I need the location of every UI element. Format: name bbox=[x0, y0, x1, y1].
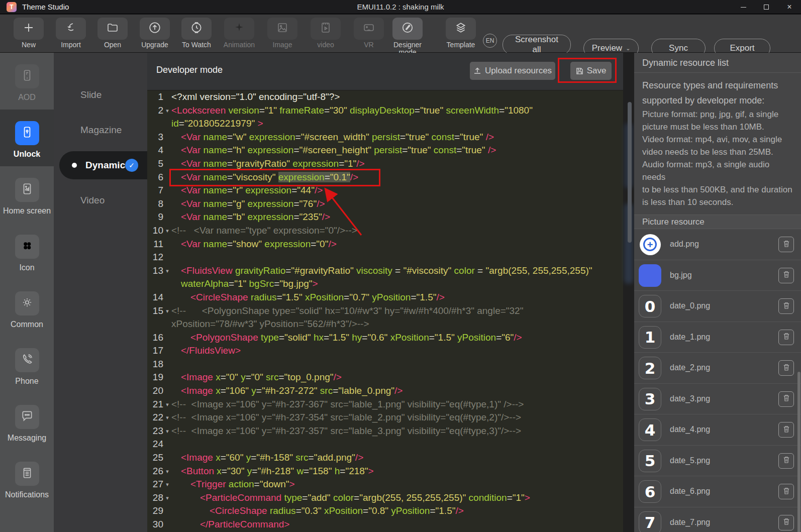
code-line-6[interactable]: 6 <Var name="viscosity" expression="0.1"… bbox=[147, 171, 623, 184]
editor-scrollbar[interactable] bbox=[628, 102, 632, 243]
code-line-text: <Image x="0" y="0" src="top_0.png"/> bbox=[171, 371, 623, 384]
code-line-text: <Button x="30" y="#h-218" w="158" h="218… bbox=[171, 465, 623, 478]
delete-resource-button[interactable] bbox=[778, 268, 794, 283]
toolbar-item-new[interactable]: New bbox=[8, 18, 50, 49]
sidebar-item-phone[interactable]: Phone bbox=[0, 337, 54, 393]
trash-icon bbox=[782, 363, 791, 374]
code-line-23[interactable]: 23 ▾<!-- <Image x="106" y="#h-237-357" s… bbox=[147, 424, 623, 438]
fold-arrow-icon[interactable]: ▾ bbox=[163, 304, 171, 318]
minimize-button[interactable] bbox=[732, 0, 755, 14]
maximize-button[interactable] bbox=[755, 0, 778, 14]
code-line-8[interactable]: 8 <Var name="g" expression="76"/> bbox=[147, 197, 623, 211]
sidebar-item-messaging[interactable]: Messaging bbox=[0, 393, 54, 450]
requirements-text-line: Picture format: png, jpg, gif, a single bbox=[642, 108, 794, 121]
code-line-4[interactable]: 4 <Var name="h" expression="#screen_heig… bbox=[147, 144, 623, 157]
fold-arrow-icon[interactable]: ▾ bbox=[163, 424, 171, 438]
sidebar-item-unlock[interactable]: Unlock bbox=[0, 110, 54, 166]
code-line-27[interactable]: 27 ▾<Trigger action="down"> bbox=[147, 478, 623, 491]
toolbar-item-video: video bbox=[305, 18, 347, 49]
resource-requirements-text: Resource types and requirements supporte… bbox=[634, 73, 801, 215]
line-gutter: 9 bbox=[147, 210, 171, 224]
line-number: 11 bbox=[147, 238, 163, 251]
code-line-20[interactable]: 20 <Image x="106" y="#h-237-272" src="la… bbox=[147, 384, 623, 398]
delete-resource-button[interactable] bbox=[778, 515, 794, 530]
upload-icon bbox=[473, 67, 481, 75]
fold-arrow-icon[interactable]: ▾ bbox=[163, 398, 171, 411]
toolbar-item-upgrade[interactable]: Upgrade bbox=[134, 18, 176, 49]
code-line-15[interactable]: 15 ▾<!-- <PolygonShape type="solid" hx="… bbox=[147, 304, 623, 331]
toolbar-item-open[interactable]: Open bbox=[91, 18, 134, 49]
code-line-text: <Var name="b" expression="235"/> bbox=[171, 210, 623, 224]
toolbar-item-import[interactable]: Import bbox=[50, 18, 92, 49]
sidebar-item-aod[interactable]: AOD bbox=[0, 53, 54, 110]
code-line-13[interactable]: 13 ▾<FluidsView gravityRatio="#gravityRa… bbox=[147, 264, 623, 291]
code-line-19[interactable]: 19 <Image x="0" y="0" src="top_0.png"/> bbox=[147, 371, 623, 384]
delete-resource-button[interactable] bbox=[778, 484, 794, 499]
code-line-25[interactable]: 25 <Image x="60" y="#h-158" src="add.png… bbox=[147, 451, 623, 465]
upload-resources-button[interactable]: Upload resources bbox=[470, 62, 555, 80]
line-gutter: 28 ▾ bbox=[147, 491, 171, 505]
code-line-11[interactable]: 11 <Var name="show" expression="0"/> bbox=[147, 238, 623, 251]
code-line-18[interactable]: 18 bbox=[147, 358, 623, 371]
delete-resource-button[interactable] bbox=[778, 330, 794, 345]
toolbar-item-designer-mode[interactable]: Designer mode bbox=[386, 18, 429, 56]
language-badge[interactable]: EN bbox=[483, 34, 497, 48]
delete-resource-button[interactable] bbox=[778, 237, 794, 252]
code-line-10[interactable]: 10 ▾<!-- <Var name="type" expression="0"… bbox=[147, 224, 623, 238]
code-line-text: <Image x="60" y="#h-158" src="add.png"/> bbox=[171, 451, 623, 465]
fold-spacer bbox=[163, 184, 171, 197]
fold-arrow-icon[interactable]: ▾ bbox=[163, 478, 171, 491]
delete-resource-button[interactable] bbox=[778, 422, 794, 438]
delete-resource-button[interactable] bbox=[778, 453, 794, 469]
fold-arrow-icon[interactable]: ▾ bbox=[163, 104, 171, 118]
sidebar-item-home-screen[interactable]: Home screen bbox=[0, 166, 54, 223]
subnav-item-video[interactable]: Video bbox=[54, 186, 147, 215]
line-gutter: 23 ▾ bbox=[147, 424, 171, 438]
code-line-2[interactable]: 2 ▾<Lockscreen version="1" frameRate="30… bbox=[147, 104, 623, 131]
code-line-30[interactable]: 30 </ParticleCommand> bbox=[147, 518, 623, 531]
resource-list-scrollbar[interactable] bbox=[797, 372, 800, 532]
fold-arrow-icon[interactable]: ▾ bbox=[163, 224, 171, 238]
code-line-3[interactable]: 3 <Var name="w" expression="#screen_widt… bbox=[147, 131, 623, 144]
code-line-24[interactable]: 24 bbox=[147, 438, 623, 451]
code-line-17[interactable]: 17 </FluidsView> bbox=[147, 344, 623, 358]
delete-resource-button[interactable] bbox=[778, 298, 794, 314]
code-line-7[interactable]: 7 <Var name="r" expression="44"/> bbox=[147, 184, 623, 197]
fold-arrow-icon[interactable]: ▾ bbox=[163, 491, 171, 505]
code-line-1[interactable]: 1 <?xml version="1.0" encoding="utf-8"?> bbox=[147, 90, 623, 104]
subnav-item-magazine[interactable]: Magazine bbox=[54, 116, 147, 144]
check-circle-icon: ✓ bbox=[125, 159, 138, 172]
requirements-text-line: Audio format: mp3, a single audio needs bbox=[642, 158, 794, 183]
subnav-item-slide[interactable]: Slide bbox=[54, 81, 147, 109]
code-line-21[interactable]: 21 ▾<!-- <Image x="106" y="#h-237-367" s… bbox=[147, 398, 623, 411]
code-line-26[interactable]: 26 ▾<Button x="30" y="#h-218" w="158" h=… bbox=[147, 465, 623, 478]
fold-arrow-icon[interactable]: ▾ bbox=[163, 264, 171, 278]
code-line-14[interactable]: 14 <CircleShape radius="1.5" xPosition="… bbox=[147, 291, 623, 304]
toolbar-item-template[interactable]: Template bbox=[440, 18, 482, 49]
save-button[interactable]: Save bbox=[570, 62, 612, 80]
title-bar: T Theme Studio EMUI11.0.2 : shaking milk… bbox=[0, 0, 801, 14]
line-number: 29 bbox=[147, 504, 163, 518]
message-bubble-icon bbox=[21, 409, 34, 424]
code-line-5[interactable]: 5 <Var name="gravityRatio" expression="1… bbox=[147, 157, 623, 171]
xml-code-editor[interactable]: 1 <?xml version="1.0" encoding="utf-8"?>… bbox=[147, 90, 623, 532]
delete-resource-button[interactable] bbox=[778, 391, 794, 407]
code-line-12[interactable]: 12 bbox=[147, 251, 623, 264]
code-line-16[interactable]: 16 <PolygonShape type="solid" hx="1.5" h… bbox=[147, 331, 623, 345]
fold-spacer bbox=[163, 251, 171, 264]
delete-resource-button[interactable] bbox=[778, 360, 794, 376]
sidebar-item-notifications[interactable]: Notifications bbox=[0, 450, 54, 507]
code-line-22[interactable]: 22 ▾<!-- <Image x="106" y="#h-237-354" s… bbox=[147, 411, 623, 424]
code-line-29[interactable]: 29 <CircleShape radius="0.3" xPosition="… bbox=[147, 504, 623, 518]
close-button[interactable]: × bbox=[778, 0, 801, 14]
code-line-9[interactable]: 9 <Var name="b" expression="235"/> bbox=[147, 210, 623, 224]
toolbar-item-to-watch[interactable]: To Watch bbox=[175, 18, 218, 49]
sidebar-item-icon[interactable]: Icon bbox=[0, 223, 54, 280]
sidebar-item-common[interactable]: Common bbox=[0, 280, 54, 337]
subnav-item-dynamic[interactable]: Dynamic ✓ bbox=[59, 151, 147, 179]
fold-arrow-icon[interactable]: ▾ bbox=[163, 465, 171, 478]
line-number: 26 bbox=[147, 465, 163, 478]
screenshot-all-button[interactable]: Screenshot all bbox=[503, 35, 571, 55]
code-line-28[interactable]: 28 ▾<ParticleCommand type="add" color="a… bbox=[147, 491, 623, 505]
fold-arrow-icon[interactable]: ▾ bbox=[163, 411, 171, 424]
